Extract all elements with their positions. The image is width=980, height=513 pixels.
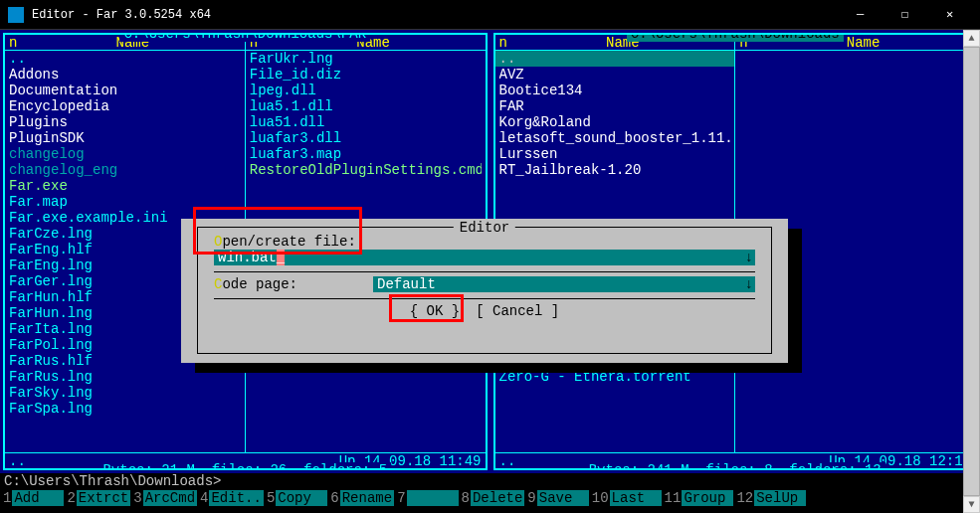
fkey-5[interactable]: 5Copy (266, 490, 327, 506)
file-item[interactable]: luafar3.dll (250, 130, 482, 146)
file-item[interactable]: Lurssen (499, 146, 731, 162)
left-panel-stats: Bytes: 21 M, files: 26, folders: 5 (98, 462, 391, 470)
fkey-3[interactable]: 3ArcCmd (132, 490, 197, 506)
code-page-value: Default (377, 276, 436, 292)
file-item[interactable]: File_id.diz (250, 67, 482, 83)
fkey-9[interactable]: 9Save (526, 490, 588, 506)
file-item[interactable]: lua51.dll (250, 114, 482, 130)
right-panel-path: C:\Users\Thrash\Downloads (627, 33, 844, 42)
dropdown-arrow-icon[interactable]: ↓ (745, 250, 753, 265)
fkey-1[interactable]: 1Add (2, 490, 64, 506)
maximize-button[interactable]: ☐ (882, 0, 927, 30)
fkey-8[interactable]: 8Delete (461, 490, 525, 506)
dialog-title: Editor (454, 220, 515, 236)
app-icon (8, 7, 24, 23)
file-item[interactable]: AVZ (499, 67, 731, 83)
file-item[interactable]: changelog (9, 146, 241, 162)
file-item[interactable]: letasoft_sound_booster_1.11.} (499, 130, 731, 146)
command-prompt[interactable]: C:\Users\Thrash\Downloads> (0, 473, 980, 489)
file-item[interactable]: FarUkr.lng (250, 51, 482, 67)
scroll-thumb[interactable] (963, 47, 980, 496)
file-item[interactable]: .. (9, 51, 241, 67)
fkey-11[interactable]: 11Group (664, 490, 734, 506)
file-item[interactable]: PluginSDK (9, 130, 241, 146)
window-titlebar: Editor - Far 3.0.5254 x64 ─ ☐ ✕ (0, 0, 980, 30)
code-page-input[interactable]: Default ↓ (373, 276, 755, 292)
fkey-10[interactable]: 10Last (591, 490, 662, 506)
window-title: Editor - Far 3.0.5254 x64 (32, 7, 838, 23)
fkey-12[interactable]: 12SelUp (735, 490, 806, 506)
left-panel-path: C:\Users\Thrash\Downloads\FAR (119, 33, 370, 42)
function-key-bar: 1Add2Extrct3ArcCmd4Edit..5Copy6Rename78D… (0, 489, 980, 507)
annotation-box-ok (389, 294, 464, 322)
file-item[interactable]: FarSky.lng (9, 385, 241, 401)
footer-current: .. (9, 453, 26, 468)
file-item[interactable]: lua5.1.dll (250, 98, 482, 114)
dropdown-arrow-icon[interactable]: ↓ (745, 276, 753, 292)
fkey-7[interactable]: 7 (396, 490, 458, 506)
scroll-up-icon[interactable]: ▲ (963, 30, 980, 47)
fkey-4[interactable]: 4Edit.. (199, 490, 264, 506)
file-item[interactable]: Encyclopedia (9, 98, 241, 114)
code-page-label: Code page: (214, 276, 373, 292)
file-item[interactable]: lpeg.dll (250, 83, 482, 98)
file-item[interactable]: RT_Jailbreak-1.20 (499, 162, 731, 178)
file-item[interactable]: Addons (9, 67, 241, 83)
scroll-down-icon[interactable]: ▼ (963, 496, 980, 513)
file-item[interactable]: luafar3.map (250, 146, 482, 162)
right-panel-stats: Bytes: 241 M, files: 8, folders: 13 (585, 462, 885, 470)
file-item[interactable]: .. (495, 51, 735, 67)
file-item[interactable]: Documentation (9, 83, 241, 98)
fkey-2[interactable]: 2Extrct (66, 490, 130, 506)
close-button[interactable]: ✕ (927, 0, 972, 30)
file-item[interactable]: changelog_eng (9, 162, 241, 178)
annotation-box-open-file (193, 207, 362, 255)
vertical-scrollbar[interactable]: ▲ ▼ (963, 30, 980, 513)
file-item[interactable]: Bootice134 (499, 83, 731, 98)
cancel-button[interactable]: [ Cancel ] (472, 303, 563, 319)
file-item[interactable]: FarSpa.lng (9, 401, 241, 417)
file-item[interactable]: RestoreOldPluginSettings.cmd (250, 162, 482, 178)
file-item[interactable]: FAR (499, 98, 731, 114)
file-item[interactable]: Far.exe (9, 178, 241, 194)
file-item[interactable]: Korg&Roland (499, 114, 731, 130)
footer-current: .. (499, 453, 516, 468)
minimize-button[interactable]: ─ (838, 0, 882, 30)
fkey-6[interactable]: 6Rename (329, 490, 394, 506)
file-item[interactable]: Plugins (9, 114, 241, 130)
